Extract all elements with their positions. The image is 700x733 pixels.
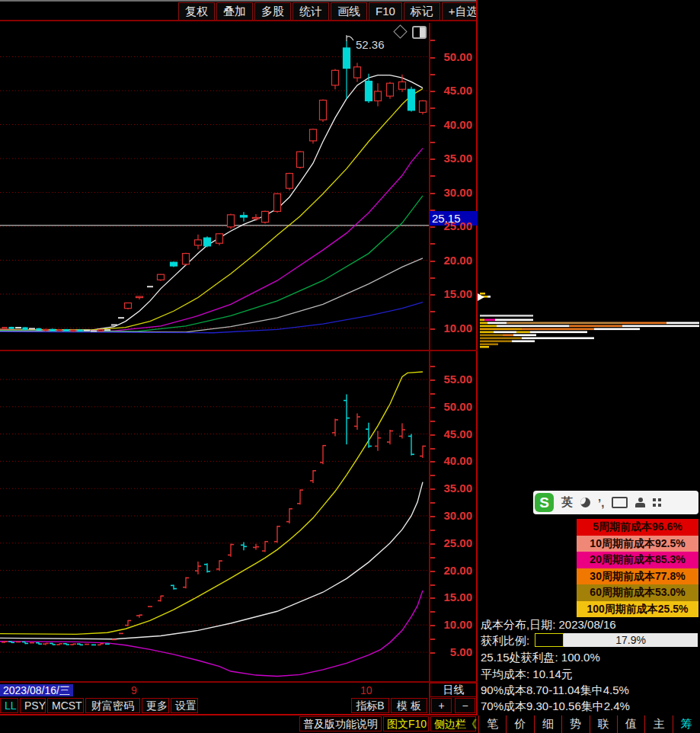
quote-view-tabs: 笔价细势联值主筹 bbox=[478, 715, 700, 733]
lower-axis-tick-label: 20.00 bbox=[431, 565, 472, 577]
cost-date-line: 成本分布,日期: 2023/08/16 bbox=[481, 618, 616, 632]
price-cursor-arrow-icon bbox=[478, 293, 484, 301]
menu-button-多股[interactable]: 多股 bbox=[254, 2, 291, 21]
status-button-普及版功能说明[interactable]: 普及版功能说明 bbox=[299, 716, 382, 731]
trading-app-window: 复权叠加多股统计画线F10标记+自选返回 002855 捷荣技术 52.36 2… bbox=[0, 0, 700, 733]
main-axis-tick bbox=[430, 175, 435, 177]
main-axis-tick bbox=[430, 261, 435, 262]
lower-axis-tick bbox=[430, 393, 435, 395]
profit-ratio-fill bbox=[535, 633, 564, 647]
ime-language-toggle[interactable]: 英 bbox=[561, 495, 573, 510]
profit-ratio-bar: 17.9% bbox=[535, 633, 698, 647]
main-candlestick-chart[interactable]: 52.36 bbox=[0, 23, 429, 350]
chip-distribution-chart bbox=[478, 283, 700, 360]
lower-axis-tick bbox=[430, 611, 435, 613]
lower-axis-tick-label: 50.00 bbox=[431, 401, 472, 413]
indicator-tab-更多[interactable]: 更多 bbox=[142, 698, 169, 713]
month-label-10: 10 bbox=[360, 684, 372, 696]
menu-button-统计[interactable]: 统计 bbox=[292, 2, 329, 21]
indicator-tab-财富密码[interactable]: 财富密码 bbox=[85, 698, 140, 713]
cost-legend: 5周期前成本96.6%10周期前成本92.5%20周期前成本85.3%30周期前… bbox=[577, 519, 698, 617]
indicator-tab-设置[interactable]: 设置 bbox=[171, 698, 198, 713]
legend-row: 60周期前成本53.0% bbox=[577, 584, 698, 601]
cost-stat-line: 70%成本9.30-10.56集中2.4% bbox=[481, 699, 630, 714]
main-axis-tick bbox=[430, 158, 435, 160]
main-axis-tick-label: 15.00 bbox=[431, 288, 472, 300]
lower-axis-tick bbox=[430, 652, 435, 654]
menu-button-叠加[interactable]: 叠加 bbox=[216, 2, 253, 21]
view-tab-联[interactable]: 联 bbox=[590, 715, 617, 733]
indicator-line-mcst-slow bbox=[0, 482, 423, 639]
indicator-line-mcst-dev bbox=[0, 591, 423, 676]
toolbar-button-指标B[interactable]: 指标B bbox=[351, 698, 389, 713]
view-tab-势[interactable]: 势 bbox=[561, 715, 589, 733]
lower-axis-tick-label: 55.00 bbox=[431, 373, 472, 386]
main-axis-tick-label: 25.00 bbox=[431, 220, 472, 232]
mcst-indicator-chart[interactable] bbox=[0, 351, 429, 682]
lower-axis-tick bbox=[430, 597, 435, 599]
menu-button-画线[interactable]: 画线 bbox=[331, 2, 367, 21]
lower-axis-tick bbox=[430, 488, 435, 490]
view-tab-主[interactable]: 主 bbox=[644, 715, 672, 733]
ime-toolbar[interactable]: S 英 ’, bbox=[533, 491, 698, 514]
main-axis-tick bbox=[430, 57, 435, 59]
lower-axis-tick bbox=[430, 571, 435, 572]
toolbar-button-模 板[interactable]: 模 板 bbox=[391, 698, 427, 713]
main-axis-tick bbox=[430, 243, 435, 245]
ma-line-ma-mid bbox=[0, 88, 423, 330]
layout-toggle-icon[interactable] bbox=[412, 26, 427, 39]
keyboard-icon[interactable] bbox=[612, 497, 628, 508]
moon-icon[interactable] bbox=[580, 498, 590, 507]
menu-grid-icon[interactable] bbox=[653, 498, 661, 507]
toolbar-button-−[interactable]: − bbox=[455, 698, 475, 713]
main-axis-tick bbox=[430, 74, 435, 75]
main-axis-tick-label: 35.00 bbox=[431, 152, 472, 165]
main-axis-tick bbox=[430, 328, 435, 330]
ime-logo-icon[interactable]: S bbox=[535, 493, 554, 512]
view-tab-值[interactable]: 值 bbox=[617, 715, 644, 733]
lower-axis-tick bbox=[430, 379, 435, 381]
cost-stat-line: 25.15处获利盘: 100.0% bbox=[481, 651, 600, 665]
legend-row: 20周期前成本85.3% bbox=[577, 552, 698, 568]
user-icon[interactable] bbox=[635, 498, 645, 507]
lower-axis-tick-label: 45.00 bbox=[431, 428, 472, 440]
lower-axis-tick bbox=[430, 557, 435, 559]
lower-axis-tick bbox=[430, 639, 435, 640]
lower-axis-tick bbox=[430, 475, 435, 476]
main-axis-tick-label: 10.00 bbox=[431, 322, 472, 334]
lower-axis-tick-label: 40.00 bbox=[431, 455, 472, 467]
lower-axis-tick bbox=[430, 530, 435, 531]
view-tab-价[interactable]: 价 bbox=[506, 715, 533, 733]
lower-axis-tick bbox=[430, 366, 435, 367]
ma-line-ma-short bbox=[0, 75, 423, 331]
top-menu-bar: 复权叠加多股统计画线F10标记+自选返回 bbox=[178, 2, 525, 21]
main-axis-tick-label: 20.00 bbox=[431, 254, 472, 267]
main-axis-tick bbox=[430, 277, 435, 279]
punctuation-icon[interactable]: ’, bbox=[598, 496, 604, 509]
profit-ratio-label: 获利比例: bbox=[481, 634, 529, 648]
toolbar-button-+[interactable]: + bbox=[431, 698, 452, 713]
main-axis-tick bbox=[430, 193, 435, 194]
menu-button-标记[interactable]: 标记 bbox=[404, 2, 440, 21]
main-axis-tick bbox=[430, 294, 435, 296]
view-tab-筹[interactable]: 筹 bbox=[673, 715, 700, 733]
menu-button-复权[interactable]: 复权 bbox=[178, 2, 215, 21]
period-label[interactable]: 日线 bbox=[430, 683, 478, 697]
view-tab-笔[interactable]: 笔 bbox=[478, 715, 506, 733]
cost-stat-line: 平均成本: 10.14元 bbox=[481, 667, 573, 682]
status-button-图文F10[interactable]: 图文F10 bbox=[383, 716, 429, 731]
status-button-侧边栏《[interactable]: 侧边栏《 bbox=[430, 716, 476, 731]
lower-axis-tick bbox=[430, 407, 435, 408]
menu-button-F10[interactable]: F10 bbox=[369, 2, 402, 21]
legend-row: 100周期前成本25.5% bbox=[577, 601, 698, 618]
indicator-tab-MCST[interactable]: MCST bbox=[47, 698, 84, 713]
lower-axis-tick bbox=[430, 461, 435, 463]
ma-line-ma-60 bbox=[0, 258, 423, 332]
main-axis-tick-label: 40.00 bbox=[431, 119, 472, 131]
indicator-tab-LL[interactable]: LL bbox=[0, 698, 18, 713]
main-axis-tick bbox=[430, 125, 435, 126]
lower-axis-tick bbox=[430, 625, 435, 626]
view-tab-细[interactable]: 细 bbox=[534, 715, 561, 733]
indicator-tab-PSY[interactable]: PSY bbox=[20, 698, 46, 713]
high-price-annotation: 52.36 bbox=[356, 38, 385, 51]
